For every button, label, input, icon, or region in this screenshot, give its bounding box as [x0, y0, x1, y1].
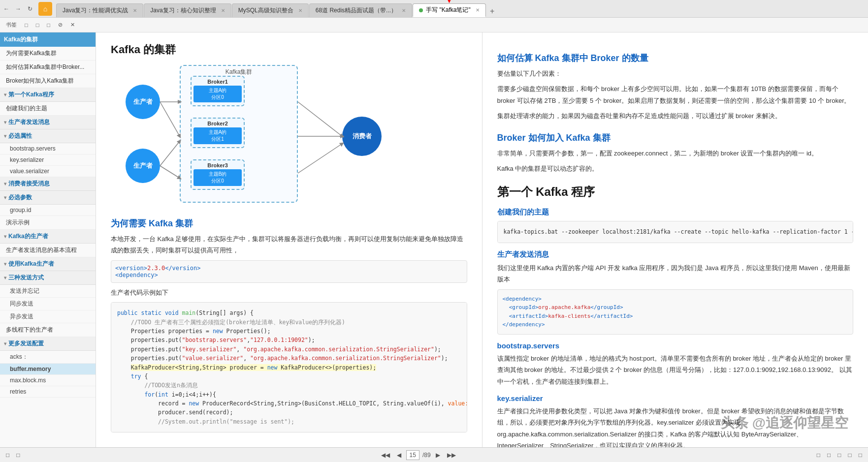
- broker-join-note: Kafka 中的集群是可以动态扩容的。: [497, 163, 854, 174]
- sidebar-item-multi-thread[interactable]: 多线程下的生产者: [0, 323, 96, 337]
- producer1-node: 生产者: [126, 85, 160, 119]
- tab-close-icon[interactable]: ✕: [133, 8, 137, 13]
- sidebar-sub-async-send[interactable]: 异步发送: [0, 310, 96, 323]
- toolbar-btn1[interactable]: □: [23, 21, 30, 29]
- bottom-icon2[interactable]: □: [14, 451, 22, 460]
- sidebar-sub-fire-forget[interactable]: 发送并忘记: [0, 285, 96, 298]
- producer-code-block: public static void main(String[] args) {…: [111, 302, 467, 432]
- total-pages: /89: [422, 452, 431, 459]
- sidebar-section-first-program[interactable]: ▾ 第一个Kafka程序: [0, 88, 96, 102]
- sidebar-section-producer-send[interactable]: ▾ 生产者发送消息: [0, 116, 96, 129]
- toolbar-btn4[interactable]: ⊘: [56, 21, 64, 29]
- view-mode2[interactable]: □: [825, 451, 833, 460]
- refresh-button[interactable]: ↻: [26, 4, 34, 13]
- new-tab-button[interactable]: +: [486, 5, 498, 17]
- tab-mysql[interactable]: MySQL高级知识整合 ✕: [232, 3, 309, 17]
- tab-java-core[interactable]: Java复习：核心知识整理 ✕: [144, 3, 231, 17]
- sidebar-sub-sync-send[interactable]: 同步发送: [0, 298, 96, 310]
- producer-send-text: 我们这里使用 Kafka 内置的客户端 API 开发 kafka 应用程序，因为…: [497, 262, 854, 285]
- view-mode5[interactable]: □: [857, 451, 864, 460]
- broker1-label: Broker1: [193, 79, 242, 85]
- view-mode3[interactable]: □: [836, 451, 843, 460]
- tab-close-icon[interactable]: ✕: [402, 8, 406, 13]
- tabs-container: Java复习：性能调优实战 ✕ Java复习：核心知识整理 ✕ MySQL高级知…: [56, 0, 866, 17]
- right-content-pane: 如何估算 Kafka 集群中 Broker 的数量 要估量以下几个因素： 需要多…: [482, 32, 868, 447]
- sidebar: Kafka的集群 为何需要Kafka集群 如何估算Kafka集群中Broker.…: [0, 32, 96, 447]
- sidebar-section-send-methods[interactable]: ▾ 三种发送方式: [0, 271, 96, 285]
- page-navigation: ◀◀ ◀ 15 /89 ▶ ▶▶: [379, 450, 458, 460]
- tab-redis[interactable]: 68道 Redis精品面试题（带...） ✕: [309, 3, 412, 17]
- sidebar-section-required-attrs[interactable]: ▾ 必选属性: [0, 129, 96, 143]
- tab-java-perf[interactable]: Java复习：性能调优实战 ✕: [56, 3, 143, 17]
- first-program-title: 第一个 Kafka 程序: [497, 184, 854, 200]
- titlebar: ← → ↻ ⌂ Java复习：性能调优实战 ✕ Java复习：核心知识整理 ✕ …: [0, 0, 868, 18]
- sidebar-sub-acks[interactable]: acks：: [0, 351, 96, 364]
- sidebar-section-use-producer[interactable]: ▾ 使用Kafka生产者: [0, 257, 96, 271]
- key-serializer-title: key.serializer: [497, 394, 854, 402]
- current-page-input[interactable]: 15: [406, 450, 419, 460]
- sidebar-sub-value-ser[interactable]: value.serializer: [0, 166, 96, 177]
- sidebar-item-why-cluster[interactable]: 为何需要Kafka集群: [0, 47, 96, 61]
- version-code-block: <version>2.3.0</version> <dependency>: [111, 260, 467, 283]
- sidebar-section-more-config[interactable]: ▾ 更多发送配置: [0, 337, 96, 351]
- bottom-icon1[interactable]: □: [4, 451, 11, 460]
- bottom-right-controls: □ □ □ □ □: [815, 451, 864, 460]
- svg-line-3: [160, 166, 180, 178]
- broker-join-text: 非常简单，只需要两个参数，第一，配置 zookeeper.connect，第二，…: [497, 148, 854, 159]
- content-area: Kafka 的集群 Kafka集群 Broker1 主题A的分区0 Broker…: [96, 32, 868, 447]
- sidebar-sub-bootstrap[interactable]: bootstrap.servers: [0, 143, 96, 154]
- next-page-button[interactable]: ▶: [434, 451, 442, 460]
- broker-join-title: Broker 如何加入 Kafka 集群: [497, 132, 854, 144]
- toolbar-btn2[interactable]: □: [34, 21, 41, 29]
- why-cluster-title: 为何需要 Kafka 集群: [111, 217, 467, 229]
- sidebar-item-broker-count[interactable]: 如何估算Kafka集群中Broker...: [0, 61, 96, 74]
- view-mode4[interactable]: □: [846, 451, 853, 460]
- producer-send-title: 生产者发送消息: [497, 250, 854, 259]
- home-button[interactable]: ⌂: [38, 2, 52, 16]
- sidebar-item-demo[interactable]: 演示示例: [0, 216, 96, 230]
- sidebar-sub-groupid[interactable]: group.id: [0, 205, 96, 216]
- back-button[interactable]: ←: [2, 4, 11, 13]
- first-page-button[interactable]: ◀◀: [379, 451, 392, 460]
- sidebar-item-create-topic[interactable]: 创建我们的主题: [0, 102, 96, 116]
- broker-count-text2: 集群处理请求的能力，如果因为磁盘吞吐量和内存不足造成性能问题，可以通过扩展 br…: [497, 110, 854, 122]
- broker3-box: Broker3 主题B的分区0: [191, 159, 245, 190]
- view-mode1[interactable]: □: [815, 451, 822, 460]
- sidebar-item-broker-join[interactable]: Broker如何加入Kafka集群: [0, 74, 96, 88]
- sidebar-sub-retries[interactable]: retries: [0, 386, 96, 398]
- bottom-left-controls: □ □: [4, 451, 22, 460]
- tab-close-icon[interactable]: ✕: [476, 7, 480, 13]
- bookmark-label: 书签: [4, 20, 19, 30]
- main-container: Kafka的集群 为何需要Kafka集群 如何估算Kafka集群中Broker.…: [0, 32, 868, 447]
- producer-code-intro: 生产者代码示例如下: [111, 287, 467, 298]
- tab-close-icon[interactable]: ✕: [221, 8, 225, 13]
- toolbar: 书签 □ □ □ ⊘ ✕: [0, 18, 868, 32]
- sidebar-sub-buffer-memory[interactable]: buffer.memory: [0, 364, 96, 375]
- dependency-tag: <dependency>: [115, 272, 463, 278]
- red-arrow-indicator: ▼: [444, 0, 454, 6]
- sidebar-sub-key-ser[interactable]: key.serializer: [0, 154, 96, 166]
- forward-button[interactable]: →: [14, 4, 23, 13]
- kafka-diagram: Kafka集群 Broker1 主题A的分区0 Broker2 主题A的分区1 …: [111, 65, 396, 208]
- prev-page-button[interactable]: ◀: [395, 451, 403, 460]
- toolbar-close[interactable]: ✕: [68, 21, 77, 29]
- sidebar-section-kafka-producer[interactable]: ▾ Kafka的生产者: [0, 230, 96, 244]
- sidebar-section-required-params[interactable]: ▾ 必选参数: [0, 191, 96, 205]
- main-title: Kafka 的集群: [111, 42, 467, 57]
- broker1-partition0: 主题A的分区0: [193, 86, 242, 102]
- sidebar-title: Kafka的集群: [4, 35, 38, 44]
- tab-kafka[interactable]: 手写 "Kafka笔记" ✕ ▼: [413, 3, 486, 17]
- broker3-partition0: 主题B的分区0: [193, 169, 242, 186]
- toolbar-btn3[interactable]: □: [45, 21, 52, 29]
- broker2-box: Broker2 主题A的分区1: [191, 118, 245, 148]
- version-tag: <version>2.3.0</version>: [115, 265, 463, 272]
- sidebar-header: Kafka的集群: [0, 32, 96, 47]
- sidebar-section-consumer[interactable]: ▾ 消费者接受消息: [0, 177, 96, 191]
- svg-line-2: [160, 141, 180, 166]
- last-page-button[interactable]: ▶▶: [445, 451, 458, 460]
- sidebar-sub-max-block[interactable]: max.block.ms: [0, 375, 96, 386]
- sidebar-item-producer-flow[interactable]: 生产者发送消息的基本流程: [0, 244, 96, 257]
- diagram-cluster-label: Kafka集群: [181, 68, 297, 76]
- tab-close-icon[interactable]: ✕: [298, 8, 302, 13]
- create-topic-title: 创建我们的主题: [497, 208, 854, 217]
